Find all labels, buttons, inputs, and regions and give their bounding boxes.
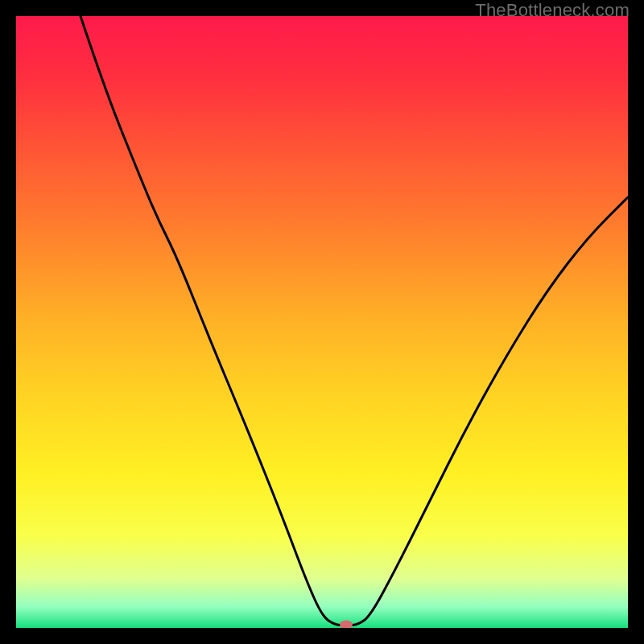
gradient-background (16, 16, 628, 628)
chart-frame: TheBottleneck.com (0, 0, 644, 644)
chart-svg (16, 16, 628, 628)
plot-area (16, 16, 628, 628)
